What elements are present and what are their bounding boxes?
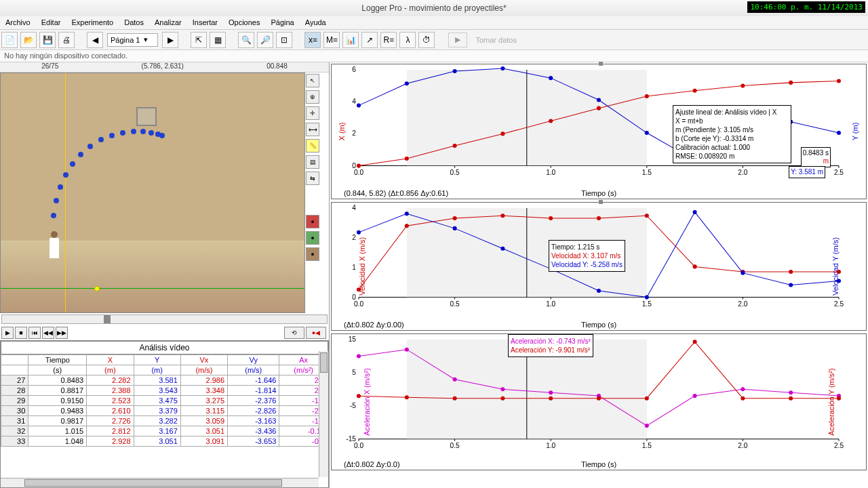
prev-page-button[interactable]: ◀ xyxy=(87,32,103,48)
stats-button[interactable]: 📊 xyxy=(342,32,359,48)
video-panel[interactable] xyxy=(0,73,305,313)
next-page-button[interactable]: ▶ xyxy=(162,32,178,48)
step-back-button[interactable]: ◀◀ xyxy=(42,327,54,339)
svg-point-8 xyxy=(109,133,115,138)
svg-point-6 xyxy=(87,144,93,149)
position-graph[interactable]: X (m) Y (m) 0.00.51.01.52.02.50246 Tiemp… xyxy=(331,64,867,199)
examine-button[interactable]: x= xyxy=(304,32,321,48)
system-clock: 10:46:00 p. m. 11/14/2013 xyxy=(747,1,865,13)
svg-text:1.5: 1.5 xyxy=(642,442,652,449)
menu-experimento[interactable]: Experimento xyxy=(66,16,119,29)
menu-ayuda[interactable]: Ayuda xyxy=(300,16,332,29)
svg-point-41 xyxy=(357,104,361,108)
model-button[interactable]: λ xyxy=(399,32,416,48)
acceleration-graph[interactable]: Aceleración X (m/s²) Aceleración Y (m/s²… xyxy=(331,333,867,470)
menu-insertar[interactable]: Insertar xyxy=(187,16,223,29)
svg-text:2.0: 2.0 xyxy=(738,442,747,449)
menu-editar[interactable]: Editar xyxy=(36,16,66,29)
menu-página[interactable]: Página xyxy=(265,16,299,29)
svg-point-4 xyxy=(70,161,75,167)
svg-point-10 xyxy=(131,129,136,134)
data-table[interactable]: TiempoXYVxVyAx(s)(m)(m)(m/s)(m/s)(m/s²)2… xyxy=(1,354,328,447)
svg-point-3 xyxy=(63,172,68,178)
select-tool[interactable]: ↖ xyxy=(306,74,319,87)
svg-text:0.0: 0.0 xyxy=(354,169,363,176)
data-table-button[interactable]: ▦ xyxy=(210,32,226,48)
svg-text:15: 15 xyxy=(349,336,357,343)
backboard xyxy=(136,107,157,126)
print-button[interactable]: 🖨 xyxy=(58,32,75,48)
autoscale-button[interactable]: ⇱ xyxy=(191,32,207,48)
svg-point-13 xyxy=(155,131,161,137)
svg-point-0 xyxy=(51,213,56,218)
save-button[interactable]: 💾 xyxy=(39,32,56,48)
examine-y-box[interactable]: Y: 3.581 m xyxy=(789,166,825,178)
svg-text:2: 2 xyxy=(352,129,356,137)
svg-text:6: 6 xyxy=(352,66,356,73)
svg-text:1.5: 1.5 xyxy=(642,169,652,176)
svg-text:0.5: 0.5 xyxy=(450,169,460,176)
zoom-in-button[interactable]: 🔍 xyxy=(238,32,254,48)
open-file-button[interactable]: 📂 xyxy=(20,32,37,48)
toolbar: 📄 📂 💾 🖨 ◀ Página 1 ▾ ▶ ⇱ ▦ 🔍 🔎 ⊡ x= M= 📊… xyxy=(0,30,868,50)
stop-button[interactable]: ■ xyxy=(15,327,27,339)
svg-text:0.5: 0.5 xyxy=(450,442,460,449)
svg-point-2 xyxy=(58,184,63,190)
step-fwd-button[interactable]: ▶▶ xyxy=(56,327,68,339)
set-scale-tool[interactable]: ⟷ xyxy=(306,123,319,136)
svg-text:0.0: 0.0 xyxy=(354,300,363,308)
loop-button[interactable]: ⟲ xyxy=(284,327,304,339)
accel-examine-box[interactable]: Aceleración X: -0.743 m/s² Aceleración Y… xyxy=(508,334,593,357)
active-point-red[interactable]: ● xyxy=(306,215,319,228)
velocity-examine-box[interactable]: Tiempo: 1.215 s Velocidad X: 3.107 m/s V… xyxy=(549,240,625,272)
menu-datos[interactable]: Datos xyxy=(119,16,149,29)
curve-fit-button[interactable]: ↗ xyxy=(361,32,378,48)
sync-tool[interactable]: ⇆ xyxy=(306,171,319,185)
data-table-panel: Análisis vídeo TiempoXYVxVyAx(s)(m)(m)(m… xyxy=(0,340,329,488)
svg-text:0: 0 xyxy=(352,162,356,169)
svg-text:2.5: 2.5 xyxy=(834,300,844,308)
table-scroll-horizontal[interactable] xyxy=(1,478,319,487)
svg-text:-5: -5 xyxy=(350,402,356,409)
new-file-button[interactable]: 📄 xyxy=(1,32,18,48)
svg-text:1.5: 1.5 xyxy=(642,300,652,308)
svg-point-82 xyxy=(357,230,361,235)
ruler-tool[interactable]: 📏 xyxy=(306,139,319,152)
rewind-button[interactable]: ⏮ xyxy=(28,327,41,339)
page-selector[interactable]: Página 1 ▾ xyxy=(107,33,158,47)
menu-analizar[interactable]: Analizar xyxy=(149,16,187,29)
svg-point-14 xyxy=(159,133,165,138)
zoom-select-button[interactable]: ⊡ xyxy=(276,32,292,48)
video-scrubber[interactable] xyxy=(1,314,328,324)
origin-marker[interactable] xyxy=(94,286,100,291)
svg-text:4: 4 xyxy=(352,98,356,105)
svg-point-5 xyxy=(78,152,83,157)
play-button[interactable]: ▶ xyxy=(1,327,14,339)
menu-bar: ArchivoEditarExperimentoDatosAnalizarIns… xyxy=(0,16,868,30)
video-controls: ▶ ■ ⏮ ◀◀ ▶▶ ⟲ ●◀ xyxy=(0,325,329,340)
menu-archivo[interactable]: Archivo xyxy=(0,16,36,29)
add-point-tool[interactable]: ⊕ xyxy=(306,90,319,104)
linear-fit-box[interactable]: Ajuste lineal de: Análisis vídeo | X X =… xyxy=(673,105,791,163)
svg-text:0: 0 xyxy=(352,293,356,301)
examine-time-box[interactable]: 0.8483 sm xyxy=(801,147,831,167)
linear-fit-button[interactable]: R= xyxy=(380,32,397,48)
tangent-button[interactable]: M= xyxy=(323,32,340,48)
timing-button[interactable]: ⏱ xyxy=(418,32,435,48)
player-figure xyxy=(48,231,60,289)
svg-text:4: 4 xyxy=(352,204,356,211)
toggle-trail-tool[interactable]: ▤ xyxy=(306,155,319,169)
active-point-brown[interactable]: ● xyxy=(306,247,319,261)
svg-text:0.0: 0.0 xyxy=(354,442,363,449)
velocity-graph[interactable]: Velocidad X (m/s) Velocidad Y (m/s) 0.00… xyxy=(331,202,867,331)
menu-opciones[interactable]: Opciones xyxy=(223,16,265,29)
table-scroll-vertical[interactable] xyxy=(319,351,328,477)
trail-toggle-button[interactable]: ●◀ xyxy=(306,327,326,339)
svg-text:2: 2 xyxy=(352,234,356,241)
active-point-green[interactable]: ● xyxy=(306,231,319,245)
window-title: Logger Pro - movimiento de proyectiles* xyxy=(361,3,506,13)
svg-text:2.5: 2.5 xyxy=(834,169,844,176)
zoom-out-button[interactable]: 🔎 xyxy=(257,32,273,48)
set-origin-tool[interactable]: ✛ xyxy=(306,106,319,120)
svg-point-12 xyxy=(149,130,154,136)
